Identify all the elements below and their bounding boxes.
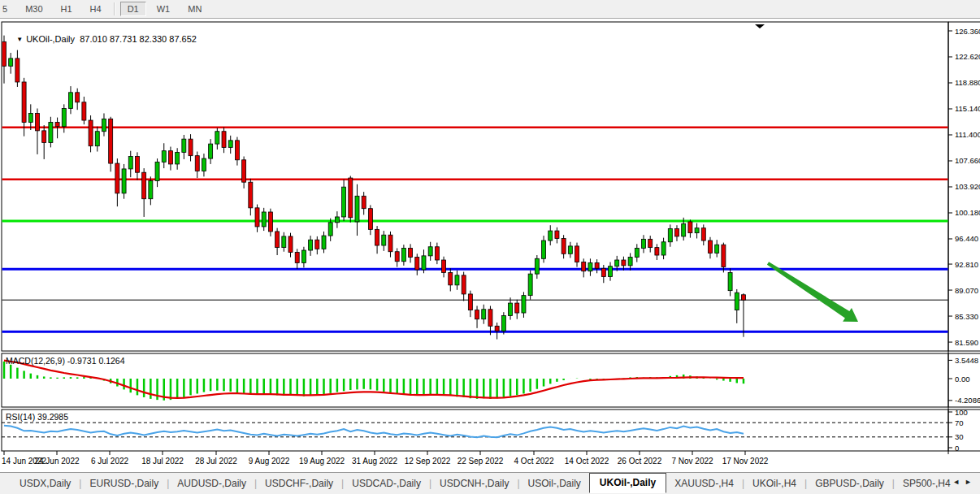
timeframe-button-d1[interactable]: D1 (120, 2, 146, 16)
date-tick-label: 4 Oct 2022 (514, 457, 554, 466)
date-tick-label: 26 Oct 2022 (618, 457, 662, 466)
price-tick-label: 107.660 (955, 156, 980, 165)
price-tick-label: 118.880 (955, 78, 980, 87)
timeframe-button-h4[interactable]: H4 (83, 2, 109, 16)
date-tick-label: 18 Jul 2022 (141, 457, 184, 466)
timeframe-toolbar: 5M30H1H4D1W1MN (0, 0, 980, 19)
timeframe-button-5[interactable]: 5 (0, 2, 15, 16)
date-tick-label: 22 Sep 2022 (457, 457, 504, 466)
rsi-tick-label: 100 (955, 408, 968, 417)
symbol-tab-gbpusd-daily[interactable]: GBPUSD-,Daily (807, 475, 892, 492)
symbol-tab-sp500-h4[interactable]: SP500-,H4 (895, 475, 959, 492)
symbol-tab-usdcnh-daily[interactable]: USDCNH-,Daily (431, 475, 517, 492)
date-tick-label: 12 Sep 2022 (405, 457, 451, 466)
rsi-tick-label: 70 (955, 418, 964, 427)
symbol-tab-ukoil-h4[interactable]: UKOil-,H4 (744, 475, 804, 492)
rsi-indicator-label: RSI(14) 39.2985 (6, 412, 68, 422)
price-tick-label: 103.920 (955, 182, 980, 191)
timeframe-button-w1[interactable]: W1 (150, 2, 178, 16)
date-tick-label: 7 Nov 2022 (671, 457, 713, 466)
date-tick-label: 19 Aug 2022 (299, 457, 345, 466)
macd-tick-label: -4.2086 (955, 396, 980, 405)
symbol-tab-eurusd-daily[interactable]: EURUSD-,Daily (81, 475, 167, 492)
price-tick-label: 81.590 (955, 338, 978, 347)
date-tick-label: 17 Nov 2022 (722, 457, 769, 466)
price-tick-label: 115.140 (955, 104, 980, 113)
price-tick-label: 85.330 (955, 312, 978, 321)
date-tick-label: 24 Jun 2022 (34, 457, 79, 466)
symbol-dropdown-icon[interactable]: ▼ (16, 36, 23, 43)
rsi-tick-label: 0 (955, 444, 959, 453)
macd-indicator-label: MACD(12,26,9) -0.9731 0.1264 (6, 356, 125, 366)
toolbar-separator (114, 2, 115, 15)
price-tick-label: 111.400 (955, 130, 980, 139)
symbol-tab-usdx-daily[interactable]: USDX,Daily (11, 475, 79, 492)
tab-scroll-right-icon[interactable]: ► (965, 478, 977, 486)
symbol-tab-bar: USDX,Daily|EURUSD-,Daily|AUDUSD-,Daily|U… (0, 472, 980, 494)
mt4-window: 5M30H1H4D1W1MN 126.360122.620118.880115.… (0, 0, 980, 494)
symbol-tab-xauusd-h4[interactable]: XAUUSD-,H4 (666, 475, 742, 492)
timeframe-button-h1[interactable]: H1 (54, 2, 80, 16)
rsi-tick-label: 30 (955, 432, 964, 441)
symbol-tab-usoil-daily[interactable]: USOil-,Daily (520, 475, 589, 492)
date-tick-label: 31 Aug 2022 (352, 457, 398, 466)
chart-title: ▼UKOil-,Daily 87.010 87.731 82.330 87.65… (7, 24, 197, 54)
timeframe-button-m30[interactable]: M30 (18, 2, 50, 16)
timeframe-button-mn[interactable]: MN (180, 2, 209, 16)
rsi-line (4, 426, 744, 438)
chart-shift-marker-icon (755, 24, 765, 28)
symbol-tab-ukoil-daily[interactable]: UKOil-,Daily (589, 473, 666, 493)
price-tick-label: 96.440 (955, 234, 978, 243)
symbol-tab-usdcad-daily[interactable]: USDCAD-,Daily (344, 475, 429, 492)
tab-scroll-arrows[interactable]: ◄► (952, 478, 977, 486)
price-tick-label: 100.180 (955, 208, 980, 217)
price-tick-label: 126.360 (955, 27, 980, 36)
candles (2, 36, 746, 340)
date-tick-label: 9 Aug 2022 (249, 457, 290, 466)
price-tick-label: 122.620 (955, 52, 980, 61)
date-tick-label: 14 Oct 2022 (565, 457, 609, 466)
chart-symbol-period: UKOil-,Daily (26, 34, 75, 44)
panel-border (2, 410, 948, 451)
chart-canvas[interactable]: 126.360122.620118.880115.140111.400107.6… (0, 19, 980, 471)
symbol-tab-audusd-daily[interactable]: AUDUSD-,Daily (169, 475, 254, 492)
chart-ohlc-values: 87.010 87.731 82.330 87.652 (80, 34, 197, 44)
date-tick-label: 6 Jul 2022 (91, 457, 129, 466)
trend-arrow-annotation[interactable] (767, 262, 858, 322)
date-tick-label: 28 Jul 2022 (195, 457, 237, 466)
price-tick-label: 89.070 (955, 286, 978, 295)
macd-tick-label: 3.5448 (955, 356, 978, 365)
macd-signal-line (4, 361, 744, 398)
macd-tick-label: 0.00 (955, 375, 970, 384)
price-tick-label: 92.810 (955, 260, 978, 269)
tab-scroll-left-icon[interactable]: ◄ (952, 478, 965, 486)
macd-plot (4, 361, 744, 401)
symbol-tab-usdchf-daily[interactable]: USDCHF-,Daily (257, 475, 341, 492)
